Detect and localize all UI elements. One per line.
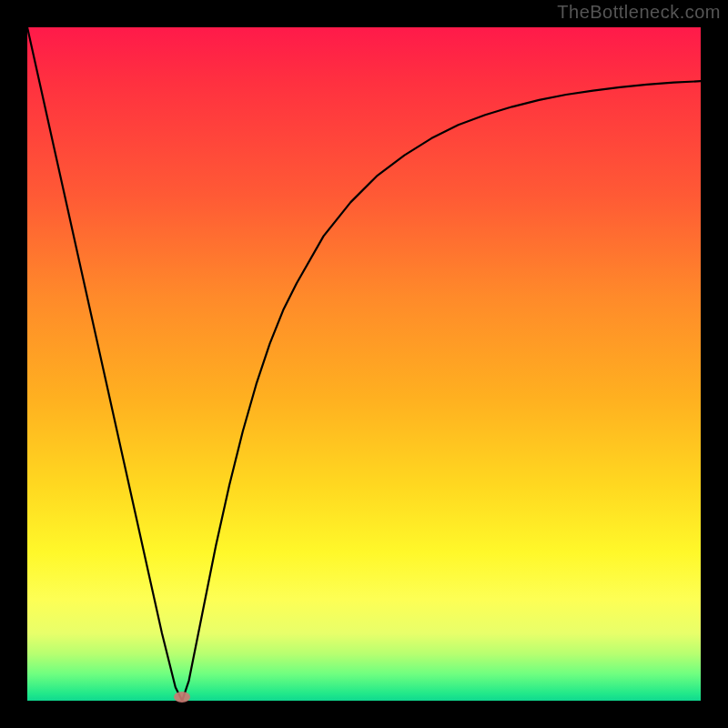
- watermark-text: TheBottleneck.com: [557, 2, 721, 23]
- bottleneck-curve: [27, 27, 701, 701]
- plot-area: [27, 27, 701, 701]
- chart-frame: TheBottleneck.com: [0, 0, 728, 728]
- min-marker: [174, 692, 190, 703]
